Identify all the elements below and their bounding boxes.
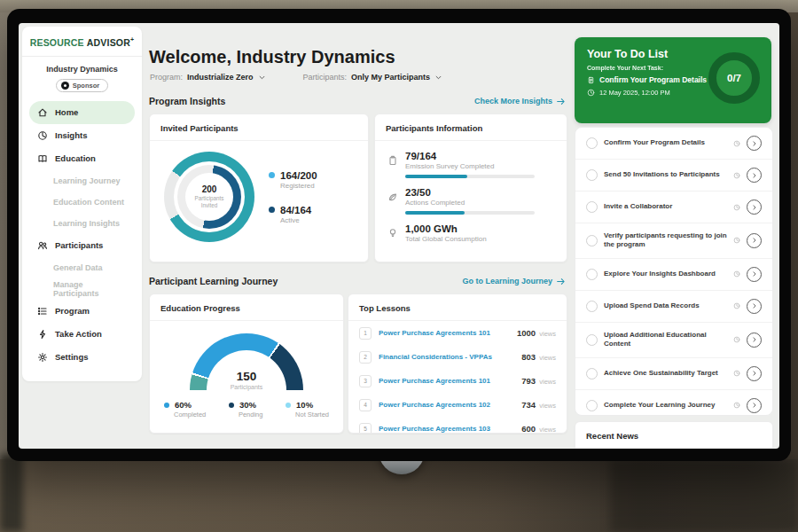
task-open-button[interactable] <box>747 200 762 215</box>
task-checkbox[interactable] <box>586 301 598 312</box>
legend-dot <box>229 403 234 408</box>
task-checkbox[interactable] <box>586 235 598 246</box>
info-value: 79/164 <box>405 151 535 161</box>
task-open-button[interactable] <box>747 299 762 314</box>
task-open-button[interactable] <box>747 267 762 282</box>
sidebar-item[interactable]: Program <box>29 300 135 323</box>
lesson-rank: 3 <box>359 375 372 387</box>
sidebar-item[interactable]: Learning Journey <box>29 170 135 192</box>
chevron-right-icon <box>751 370 758 377</box>
legend-item: 30% Pending <box>229 400 263 419</box>
go-to-learning-journey-link[interactable]: Go to Learning Journey <box>462 277 566 286</box>
education-progress-card: Education Progress 150 Participants 60% … <box>149 293 344 434</box>
bulb-icon <box>387 226 398 237</box>
task-row[interactable]: Upload Additional Educational Content <box>575 323 772 358</box>
gauge-center-value: 150 <box>237 371 257 383</box>
clock-icon <box>733 302 740 309</box>
task-checkbox[interactable] <box>586 368 598 379</box>
legend-item: 10% Not Started <box>286 400 329 419</box>
card-title: Recent News <box>575 422 772 449</box>
task-checkbox[interactable] <box>586 334 598 346</box>
program-filter-label: Program: <box>150 73 183 82</box>
invited-donut-inner-ring: 200 Participants Invited <box>177 165 241 229</box>
task-row[interactable]: Confirm Your Program Details <box>575 128 772 160</box>
sidebar-item[interactable]: General Data <box>29 257 135 278</box>
lesson-title-link[interactable]: Power Purchase Agreements 103 <box>379 425 514 433</box>
task-row[interactable]: Verify participants requesting to join t… <box>575 223 772 259</box>
top-lessons-card: Top Lessons 1 Power Purchase Agreements … <box>348 293 567 434</box>
task-label: Complete Your Learning Journey <box>604 401 727 410</box>
clock-icon <box>733 140 740 147</box>
lesson-title-link[interactable]: Power Purchase Agreements 102 <box>379 401 514 409</box>
lesson-title-link[interactable]: Financial Considerations - VPPAs <box>379 353 514 361</box>
task-row[interactable]: Complete Your Learning Journey <box>575 390 772 416</box>
check-more-insights-link[interactable]: Check More Insights <box>474 97 566 106</box>
task-open-button[interactable] <box>747 233 762 248</box>
sidebar-item[interactable]: Manage Participants <box>29 278 135 300</box>
lesson-views-count: 600 <box>521 424 536 434</box>
sidebar-item[interactable]: Education <box>29 147 135 170</box>
sidebar-item-label: Education Content <box>53 198 124 207</box>
filter-bar: Program: Industrialize Zero Participants… <box>150 73 442 82</box>
donut-center-label: Participants Invited <box>190 195 229 209</box>
sidebar-item-label: Education <box>55 153 96 163</box>
lesson-rank: 2 <box>359 351 372 364</box>
sidebar-item[interactable]: Settings <box>29 346 135 369</box>
sidebar-item[interactable]: Education Content <box>29 192 135 213</box>
gauge-center-label: Participants <box>231 384 263 390</box>
sponsor-badge[interactable]: Sponsor <box>56 79 108 92</box>
task-label: Verify participants requesting to join t… <box>604 231 727 250</box>
clock-icon <box>733 336 740 343</box>
learning-journey-section-header: Participant Learning Journey Go to Learn… <box>149 276 566 286</box>
dashboard-screen: RESOURCEADVISOR+ Industry Dynamics Spons… <box>19 23 779 449</box>
task-label: Upload Additional Educational Content <box>604 331 727 349</box>
sidebar-item[interactable]: Take Action <box>29 323 135 346</box>
task-open-button[interactable] <box>747 136 762 151</box>
task-checkbox[interactable] <box>586 269 598 280</box>
lesson-title-link[interactable]: Power Purchase Agreements 101 <box>379 377 514 385</box>
task-checkbox[interactable] <box>586 201 598 213</box>
legend-label: Completed <box>174 411 206 419</box>
task-checkbox[interactable] <box>586 137 598 149</box>
progress-bar-fill <box>405 211 465 215</box>
arrow-right-icon <box>556 277 566 286</box>
sidebar-item-label: Participants <box>55 240 103 250</box>
clock-icon <box>733 204 740 211</box>
chevron-right-icon <box>751 270 758 278</box>
task-row[interactable]: Achieve One Sustainability Target <box>575 358 772 390</box>
legend-item: 84/164 Active <box>269 205 317 224</box>
sidebar-item[interactable]: Participants <box>29 234 135 257</box>
section-title-program-insights: Program Insights <box>149 96 225 106</box>
progress-bar <box>405 175 535 178</box>
legend-value: 164/200 <box>280 170 317 181</box>
task-checkbox[interactable] <box>586 169 598 181</box>
logo-plus: + <box>130 36 134 43</box>
survey-icon <box>387 153 398 164</box>
info-row: 79/164 Emission Survey Completed <box>387 151 554 178</box>
todo-tasks-card: Confirm Your Program Details Send 50 Inv… <box>575 127 773 416</box>
participants-filter[interactable]: Participants: Only My Participants <box>303 73 443 82</box>
sidebar-item[interactable]: Insights <box>29 124 135 147</box>
lesson-title-link[interactable]: Power Purchase Agreements 101 <box>379 329 510 337</box>
task-row[interactable]: Send 50 Invitations to Participants <box>575 160 772 192</box>
card-title: Invited Participants <box>150 114 368 141</box>
task-row[interactable]: Upload Spend Data Records <box>575 291 772 323</box>
sidebar-item[interactable]: Home <box>29 101 135 124</box>
program-filter[interactable]: Program: Industrialize Zero <box>150 73 266 82</box>
lesson-row: 3 Power Purchase Agreements 101 793 view… <box>348 369 567 393</box>
task-label: Send 50 Invitations to Participants <box>604 170 727 179</box>
sidebar: RESOURCEADVISOR+ Industry Dynamics Spons… <box>22 27 142 381</box>
task-checkbox[interactable] <box>586 400 598 411</box>
task-open-button[interactable] <box>747 398 762 413</box>
task-row[interactable]: Explore Your Insights Dashboard <box>575 259 772 291</box>
lesson-views-suffix: views <box>537 426 556 434</box>
program-filter-value: Industrialize Zero <box>187 73 254 82</box>
task-open-button[interactable] <box>747 168 762 183</box>
task-open-button[interactable] <box>747 332 762 348</box>
org-name: Industry Dynamics <box>22 65 142 74</box>
logo-primary: RESOURCE <box>30 37 84 48</box>
task-open-button[interactable] <box>747 366 762 381</box>
lesson-row: 4 Power Purchase Agreements 102 734 view… <box>348 393 567 417</box>
sidebar-item[interactable]: Learning Insights <box>29 213 135 234</box>
task-row[interactable]: Invite a Collaborator <box>575 192 772 223</box>
